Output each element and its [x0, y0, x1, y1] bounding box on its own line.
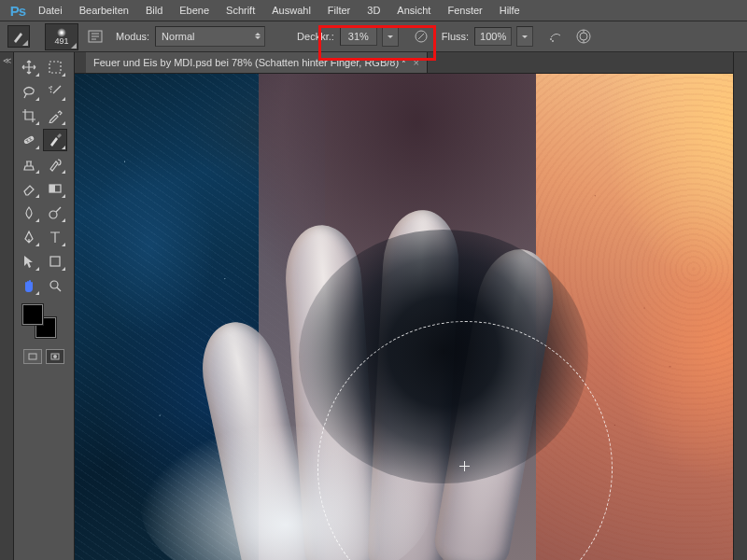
lasso-tool[interactable] — [17, 80, 41, 103]
healing-brush-tool[interactable] — [17, 129, 41, 151]
zoom-tool[interactable] — [43, 274, 67, 297]
left-gutter: ≪ — [0, 52, 14, 560]
collapse-chevron-icon[interactable]: ≪ — [2, 56, 11, 63]
hand-tool[interactable] — [17, 274, 41, 297]
flow-input[interactable]: 100% — [474, 27, 512, 46]
menu-edit[interactable]: Bearbeiten — [71, 0, 137, 21]
menu-image[interactable]: Bild — [137, 0, 171, 21]
menu-select[interactable]: Auswahl — [263, 0, 319, 21]
menu-filter[interactable]: Filter — [319, 0, 359, 21]
marquee-tool[interactable] — [43, 56, 67, 78]
svg-point-10 — [31, 137, 33, 139]
brush-tool[interactable] — [43, 129, 67, 151]
svg-rect-14 — [50, 257, 60, 266]
document-area: Feuer und Eis by MDI.psd bei 78% (Schatt… — [75, 52, 733, 560]
quickmask-mode-icon[interactable] — [46, 349, 64, 364]
blur-tool[interactable] — [17, 202, 41, 224]
crop-tool[interactable] — [17, 105, 41, 127]
flow-dropdown[interactable] — [516, 26, 533, 47]
opacity-input[interactable]: 31% — [340, 27, 377, 46]
airbrush-icon[interactable] — [544, 25, 567, 48]
blend-mode-select[interactable]: Normal — [155, 26, 265, 47]
clone-stamp-tool[interactable] — [17, 153, 41, 175]
right-gutter — [733, 52, 747, 560]
tools-panel — [14, 52, 75, 560]
menu-view[interactable]: Ansicht — [388, 0, 439, 21]
pressure-size-icon[interactable] — [572, 25, 595, 48]
standard-mode-icon[interactable] — [23, 349, 42, 364]
svg-point-13 — [49, 211, 57, 218]
close-icon[interactable]: × — [413, 57, 418, 68]
document-tab-title: Feuer und Eis by MDI.psd bei 78% (Schatt… — [93, 57, 405, 68]
pressure-opacity-icon[interactable] — [410, 25, 432, 48]
opacity-dropdown[interactable] — [382, 26, 399, 47]
svg-rect-12 — [49, 185, 55, 192]
blend-mode-value: Normal — [162, 31, 194, 42]
menu-file[interactable]: Datei — [30, 0, 71, 21]
brush-panel-toggle-icon[interactable] — [84, 25, 106, 48]
menu-3d[interactable]: 3D — [359, 0, 388, 21]
svg-point-15 — [50, 281, 58, 288]
document-tabbar: Feuer und Eis by MDI.psd bei 78% (Schatt… — [75, 52, 733, 74]
app-logo: Ps — [6, 0, 30, 21]
color-swatches[interactable] — [22, 304, 60, 340]
svg-point-2 — [550, 38, 552, 40]
svg-point-18 — [53, 355, 57, 358]
path-select-tool[interactable] — [17, 250, 41, 273]
brush-preset-picker[interactable]: 491 — [45, 23, 78, 50]
svg-point-9 — [28, 139, 30, 141]
menu-window[interactable]: Fenster — [439, 0, 490, 21]
svg-point-5 — [580, 33, 587, 40]
eyedropper-tool[interactable] — [43, 105, 67, 127]
eraser-tool[interactable] — [17, 177, 41, 200]
blend-mode-label: Modus: — [116, 31, 149, 42]
svg-rect-6 — [49, 62, 61, 73]
history-brush-tool[interactable] — [43, 153, 67, 175]
tool-preset-picker[interactable] — [7, 25, 30, 48]
menu-type[interactable]: Schrift — [218, 0, 263, 21]
menubar: Ps Datei Bearbeiten Bild Ebene Schrift A… — [0, 0, 747, 21]
type-tool[interactable] — [43, 226, 67, 248]
foreground-color-swatch[interactable] — [22, 304, 43, 325]
options-bar: 491 Modus: Normal Deckkr.: 31% Fluss: 10… — [0, 21, 747, 52]
flow-label: Fluss: — [442, 31, 469, 42]
shape-tool[interactable] — [43, 250, 67, 273]
dodge-tool[interactable] — [43, 202, 67, 224]
opacity-label: Deckkr.: — [297, 31, 334, 42]
svg-point-3 — [552, 40, 554, 42]
document-tab[interactable]: Feuer und Eis by MDI.psd bei 78% (Schatt… — [86, 52, 428, 73]
move-tool[interactable] — [17, 56, 41, 78]
menu-help[interactable]: Hilfe — [491, 0, 529, 21]
canvas-image — [75, 74, 733, 560]
pen-tool[interactable] — [17, 226, 41, 248]
menu-layer[interactable]: Ebene — [171, 0, 218, 21]
svg-rect-16 — [29, 354, 36, 359]
svg-point-8 — [25, 141, 27, 143]
canvas[interactable] — [75, 74, 733, 560]
gradient-tool[interactable] — [43, 177, 67, 200]
magic-wand-tool[interactable] — [43, 80, 67, 103]
brush-size-readout: 491 — [54, 37, 68, 46]
